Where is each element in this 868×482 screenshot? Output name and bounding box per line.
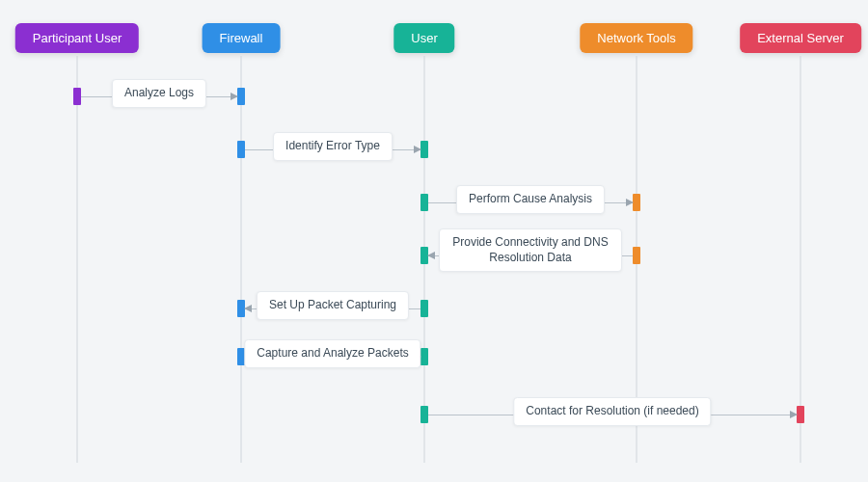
message-label: Identify Error Type <box>273 132 393 161</box>
participant-label: External Server <box>757 31 844 45</box>
message-label: Set Up Packet Capturing <box>257 291 409 320</box>
participant-label: User <box>411 31 437 45</box>
message-arrow: Provide Connectivity and DNS Resolution … <box>428 255 633 256</box>
activation-bar <box>73 88 81 105</box>
arrowhead-icon <box>626 199 634 206</box>
activation-bar <box>420 194 428 211</box>
message-label: Provide Connectivity and DNS Resolution … <box>439 228 622 272</box>
arrowhead-icon <box>427 252 435 259</box>
sequence-diagram: Participant User Firewall User Network T… <box>0 0 868 482</box>
participant-label: Firewall <box>220 31 263 45</box>
participant-label: Network Tools <box>597 31 675 45</box>
participant-header-p_user: Participant User <box>15 23 139 53</box>
arrowhead-icon <box>244 305 252 312</box>
participant-label: Participant User <box>33 31 122 45</box>
participant-header-ext: External Server <box>740 23 861 53</box>
lifeline-ext <box>800 56 801 463</box>
activation-bar <box>237 88 245 105</box>
message-arrow: Capture and Analyze Packets <box>245 357 420 358</box>
message-arrow: Contact for Resolution (if needed) <box>428 415 797 415</box>
activation-bar <box>633 194 640 211</box>
message-label: Perform Cause Analysis <box>456 185 605 214</box>
activation-bar <box>633 247 640 264</box>
participant-header-user: User <box>393 23 454 53</box>
lifeline-p_user <box>77 56 78 463</box>
activation-bar <box>420 348 428 365</box>
participant-header-firewall: Firewall <box>203 23 281 53</box>
participant-header-tools: Network Tools <box>580 23 692 53</box>
activation-bar <box>797 406 804 423</box>
activation-bar <box>420 141 428 158</box>
arrowhead-icon <box>231 93 238 100</box>
lifeline-firewall <box>241 56 242 463</box>
message-label: Analyze Logs <box>112 79 206 108</box>
message-label: Contact for Resolution (if needed) <box>513 397 711 426</box>
activation-bar <box>420 406 428 423</box>
message-label: Capture and Analyze Packets <box>244 339 420 368</box>
activation-bar <box>420 300 428 317</box>
message-arrow: Analyze Logs <box>81 96 237 97</box>
arrowhead-icon <box>414 146 421 153</box>
activation-bar <box>237 141 245 158</box>
arrowhead-icon <box>790 411 798 418</box>
message-arrow: Set Up Packet Capturing <box>245 308 420 309</box>
message-arrow: Identify Error Type <box>245 149 420 150</box>
message-arrow: Perform Cause Analysis <box>428 202 633 203</box>
